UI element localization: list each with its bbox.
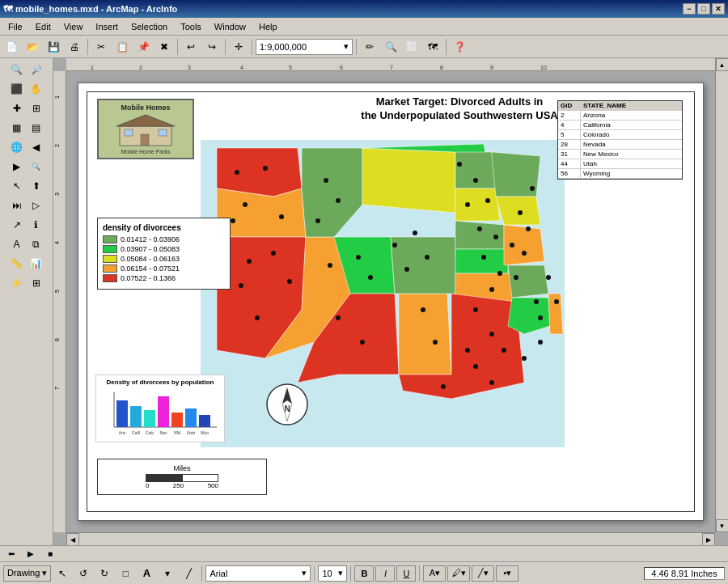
- legend-color-0: [103, 235, 117, 243]
- copy-button[interactable]: 📋: [112, 38, 132, 56]
- scroll-down-button[interactable]: ▼: [716, 519, 729, 532]
- mobile-home-svg: [113, 112, 178, 147]
- help-button[interactable]: ❓: [450, 38, 469, 56]
- app-icon: 🗺: [3, 4, 12, 14]
- edit-button[interactable]: ✏: [360, 38, 379, 56]
- next-tool[interactable]: ▷: [27, 196, 46, 215]
- measure-tool[interactable]: 📏: [7, 254, 27, 273]
- zoom-in-button[interactable]: 🔍: [381, 38, 400, 56]
- redo-button[interactable]: ↪: [202, 38, 222, 56]
- find-tool[interactable]: 🔍: [27, 157, 46, 176]
- minimize-button[interactable]: −: [683, 3, 696, 15]
- font-color-button[interactable]: A▾: [423, 565, 446, 582]
- drawing-label[interactable]: Drawing ▾: [3, 565, 51, 582]
- svg-point-49: [425, 255, 430, 260]
- state-id-3: 28: [558, 140, 581, 149]
- menu-selection[interactable]: Selection: [125, 18, 174, 35]
- undo-button[interactable]: ↩: [181, 38, 201, 56]
- svg-point-38: [255, 315, 260, 320]
- arrow-tool[interactable]: ↖: [7, 176, 27, 196]
- back-tool[interactable]: ◀: [27, 138, 46, 157]
- scroll-right-button[interactable]: ▶: [702, 533, 715, 545]
- scroll-up-button[interactable]: ▲: [716, 58, 729, 71]
- layout-tool[interactable]: ▦: [7, 118, 27, 138]
- select-arrow[interactable]: ↖: [53, 565, 72, 582]
- pan-button[interactable]: ✛: [229, 38, 248, 56]
- line-tool[interactable]: ╱: [179, 565, 198, 582]
- zoom-out-tool[interactable]: 🔎: [27, 60, 46, 79]
- scrollbar-vertical[interactable]: ▲ ▼: [715, 58, 728, 532]
- rectangle-tool[interactable]: □: [116, 565, 135, 582]
- menu-help[interactable]: Help: [252, 18, 284, 35]
- font-dropdown-arrow: ▾: [302, 568, 307, 578]
- font-name-input[interactable]: Arial ▾: [205, 565, 311, 582]
- menu-file[interactable]: File: [2, 18, 29, 35]
- cut-button[interactable]: ✂: [91, 38, 111, 56]
- skip-tool[interactable]: ⏭: [7, 196, 27, 215]
- ruler-v-2: 2: [54, 144, 60, 147]
- italic-button[interactable]: I: [375, 565, 395, 582]
- menu-view[interactable]: View: [57, 18, 90, 35]
- svg-point-56: [485, 198, 490, 203]
- globe-tool[interactable]: 🌐: [7, 138, 27, 157]
- font-size-input[interactable]: 10 ▾: [318, 565, 347, 582]
- info-tool[interactable]: ℹ: [27, 215, 46, 235]
- table-tool[interactable]: 📊: [27, 254, 46, 273]
- layer-tool[interactable]: ⧉: [27, 235, 46, 254]
- svg-point-40: [336, 198, 341, 203]
- scale-input[interactable]: 1:9,000,000 ▾: [256, 39, 353, 55]
- zoom-in-tool[interactable]: 🔍: [7, 60, 27, 79]
- text-tool[interactable]: A: [7, 235, 27, 254]
- forward-tool[interactable]: ▶: [7, 157, 27, 176]
- svg-marker-6: [217, 148, 302, 197]
- identify-tool[interactable]: ✚: [7, 99, 27, 118]
- text-insert[interactable]: A: [137, 565, 156, 582]
- stop-button[interactable]: ■: [42, 547, 58, 561]
- state-row-4: 31 New Mexico: [558, 150, 682, 159]
- save-button[interactable]: 💾: [44, 38, 63, 56]
- zoom-extent-tool[interactable]: ⬛: [7, 79, 27, 99]
- svg-point-63: [522, 251, 527, 256]
- svg-point-30: [263, 166, 268, 171]
- bold-button[interactable]: B: [354, 565, 374, 582]
- svg-rect-89: [199, 415, 210, 427]
- open-button[interactable]: 📂: [23, 38, 42, 56]
- line-color-button[interactable]: ╱▾: [472, 565, 494, 582]
- pan-tool[interactable]: ✋: [27, 79, 46, 99]
- rotate-left[interactable]: ↺: [74, 565, 93, 582]
- svg-point-41: [315, 218, 320, 223]
- menu-window[interactable]: Window: [208, 18, 252, 35]
- cursor-tool[interactable]: ⬆: [27, 176, 46, 196]
- fill-color-button[interactable]: ▪▾: [496, 565, 518, 582]
- legend-item-4: 0.07522 - 0.1366: [103, 274, 225, 282]
- svg-point-32: [231, 218, 235, 223]
- close-button[interactable]: ✕: [712, 3, 725, 15]
- ruler-tick-5: 5: [289, 65, 292, 70]
- pointer-tool[interactable]: ↗: [7, 215, 27, 235]
- lightning-tool[interactable]: ⚡: [7, 273, 27, 293]
- scrollbar-horizontal[interactable]: ◀ ▶: [66, 532, 715, 545]
- menu-tools[interactable]: Tools: [174, 18, 208, 35]
- menu-insert[interactable]: Insert: [89, 18, 125, 35]
- data-tool[interactable]: ▤: [27, 118, 46, 138]
- select-tool[interactable]: ⊞: [27, 99, 46, 118]
- underline-button[interactable]: U: [396, 565, 416, 582]
- svg-rect-3: [125, 129, 133, 136]
- scroll-left-button[interactable]: ◀: [66, 533, 79, 545]
- highlight-button[interactable]: 🖊▾: [447, 565, 470, 582]
- legend-color-4: [103, 274, 117, 282]
- menu-edit[interactable]: Edit: [29, 18, 57, 35]
- paste-button[interactable]: 📌: [133, 38, 153, 56]
- print-button[interactable]: 🖨: [65, 38, 84, 56]
- zoom-full-button[interactable]: ⬜: [402, 38, 421, 56]
- grid-tool[interactable]: ⊞: [27, 273, 46, 293]
- rotate-right[interactable]: ↻: [95, 565, 114, 582]
- new-button[interactable]: 📄: [2, 38, 21, 56]
- text-dropdown[interactable]: ▾: [158, 565, 177, 582]
- zoom-map-button[interactable]: 🗺: [423, 38, 442, 56]
- main-area: 🔍 🔎 ⬛ ✋ ✚ ⊞ ▦ ▤ 🌐 ◀ ▶ 🔍 ↖ ⬆ ⏭ ▷: [0, 58, 728, 545]
- delete-button[interactable]: ✖: [154, 38, 174, 56]
- back-nav-button[interactable]: ⬅: [3, 547, 19, 561]
- forward-nav-button[interactable]: ▶: [23, 547, 39, 561]
- maximize-button[interactable]: □: [697, 3, 710, 15]
